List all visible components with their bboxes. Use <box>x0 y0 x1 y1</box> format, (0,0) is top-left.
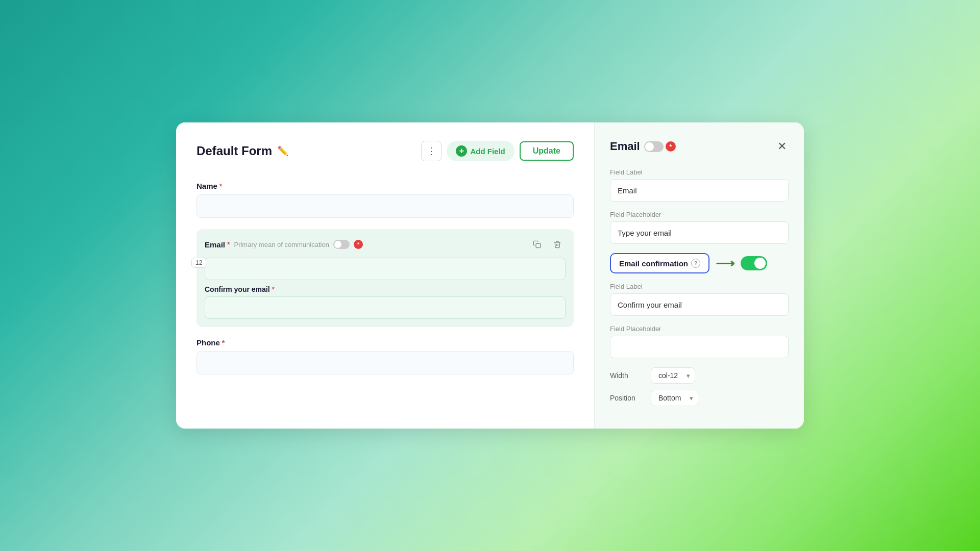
right-title-text: Email <box>610 140 640 153</box>
field-number-badge: 12 <box>191 258 206 268</box>
close-button[interactable]: ✕ <box>775 138 789 155</box>
phone-field-group: Phone * <box>197 338 574 374</box>
right-panel: Email * ✕ Field Label Field Placeholder … <box>595 122 804 429</box>
email-asterisk-badge: * <box>354 240 363 249</box>
width-label: Width <box>610 371 651 380</box>
field-placeholder-section: Field Placeholder <box>610 211 789 253</box>
toggle-with-asterisk: * <box>644 141 676 152</box>
close-icon: ✕ <box>777 140 787 153</box>
phone-field-label: Phone * <box>197 338 574 347</box>
name-input[interactable] <box>197 194 574 218</box>
arrow-right-icon: ⟶ <box>716 256 734 271</box>
email-confirmation-toggle[interactable] <box>741 256 767 270</box>
confirmation-field-placeholder-title: Field Placeholder <box>610 325 789 333</box>
phone-required-star: * <box>222 339 225 347</box>
position-row: Position Bottom Top <box>610 390 789 406</box>
confirmation-field-placeholder-section: Field Placeholder <box>610 325 789 367</box>
email-confirmation-box: Email confirmation ? <box>610 253 709 273</box>
width-dropdown-wrapper: col-12 col-6 col-4 col-3 <box>651 367 695 384</box>
email-subtext: Primary mean of communication <box>234 241 329 248</box>
left-header-actions: ⋮ + Add Field Update <box>421 141 574 161</box>
more-options-button[interactable]: ⋮ <box>421 141 442 161</box>
confirmation-field-label-input[interactable] <box>610 293 789 316</box>
email-group-left: Email * Primary mean of communication * <box>205 240 363 249</box>
email-confirmation-row: Email confirmation ? ⟶ <box>610 253 789 273</box>
field-placeholder-input[interactable] <box>610 221 789 244</box>
position-label: Position <box>610 394 651 402</box>
help-icon[interactable]: ? <box>691 259 700 268</box>
email-required-badge: * <box>666 141 676 152</box>
position-dropdown-wrapper: Bottom Top <box>651 390 698 406</box>
email-copy-button[interactable] <box>529 236 545 253</box>
email-confirmation-label: Email confirmation <box>619 259 688 268</box>
email-toggle[interactable] <box>333 240 350 249</box>
name-field-group: Name * <box>197 182 574 218</box>
field-label-section-title: Field Label <box>610 168 789 176</box>
plus-icon: + <box>456 145 467 157</box>
phone-input[interactable] <box>197 351 574 374</box>
left-header: Default Form ✏️ ⋮ + Add Field Update <box>197 141 574 161</box>
email-group-actions <box>529 236 566 253</box>
confirm-email-input[interactable] <box>205 296 566 319</box>
confirm-email-label: Confirm your email * <box>205 285 566 293</box>
svg-rect-0 <box>536 243 541 248</box>
confirmation-field-label-title: Field Label <box>610 283 789 290</box>
update-label: Update <box>533 146 560 155</box>
email-field-label: Email * <box>205 240 230 249</box>
update-button[interactable]: Update <box>520 141 574 161</box>
right-panel-title: Email * <box>610 140 676 153</box>
confirm-required-star: * <box>272 285 275 293</box>
email-delete-button[interactable] <box>549 236 566 253</box>
field-label-section: Field Label <box>610 168 789 211</box>
email-input[interactable] <box>205 258 566 280</box>
form-title-text: Default Form <box>197 144 272 158</box>
width-row: Width col-12 col-6 col-4 col-3 <box>610 367 789 384</box>
name-field-label: Name * <box>197 182 574 190</box>
form-title: Default Form ✏️ <box>197 144 288 158</box>
left-panel: Default Form ✏️ ⋮ + Add Field Update Nam… <box>176 122 595 429</box>
confirmation-field-placeholder-input[interactable] <box>610 336 789 358</box>
add-field-button[interactable]: + Add Field <box>447 141 514 161</box>
email-group: Email * Primary mean of communication * <box>197 229 574 327</box>
add-field-label: Add Field <box>470 147 505 156</box>
field-placeholder-section-title: Field Placeholder <box>610 211 789 218</box>
right-panel-header: Email * ✕ <box>610 138 789 155</box>
email-required-toggle[interactable] <box>644 141 664 152</box>
email-group-header: Email * Primary mean of communication * <box>205 236 566 253</box>
main-card: Default Form ✏️ ⋮ + Add Field Update Nam… <box>176 122 804 429</box>
confirmation-field-label-section: Field Label <box>610 283 789 325</box>
position-select[interactable]: Bottom Top <box>651 390 698 406</box>
edit-icon[interactable]: ✏️ <box>277 145 288 157</box>
dots-icon: ⋮ <box>427 145 436 157</box>
email-required-star: * <box>227 240 230 248</box>
field-label-input[interactable] <box>610 179 789 202</box>
name-required-star: * <box>219 182 222 190</box>
width-select[interactable]: col-12 col-6 col-4 col-3 <box>651 367 695 384</box>
